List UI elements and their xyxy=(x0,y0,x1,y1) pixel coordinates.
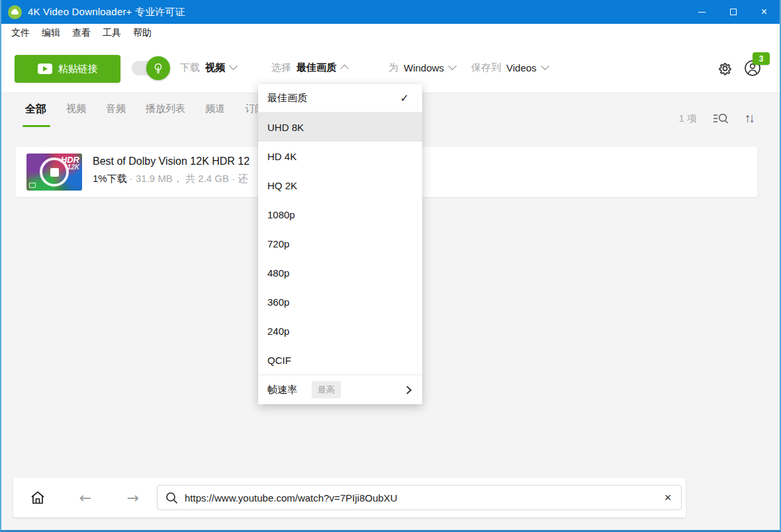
tab-label: 全部 xyxy=(25,103,46,114)
menu-help[interactable]: 帮助 xyxy=(127,24,158,42)
app-window: 4K Video Downloader+ 专业许可证 × 文件 编辑 查看 工具… xyxy=(0,0,781,532)
check-icon: ✓ xyxy=(400,92,409,105)
chevron-right-icon xyxy=(403,386,412,394)
progress-text: 1%下载 xyxy=(93,173,127,184)
download-type-dropdown[interactable]: 下载 视频 xyxy=(180,42,236,93)
menu-file[interactable]: 文件 xyxy=(5,24,36,42)
window-title: 4K Video Downloader+ 专业许可证 xyxy=(28,6,185,19)
back-arrow-icon: ← xyxy=(79,490,91,506)
toggle-knob xyxy=(146,56,170,80)
url-field-container: × xyxy=(157,485,682,510)
search-list-icon xyxy=(713,111,729,126)
video-thumbnail: HDR 12K xyxy=(26,154,82,191)
play-icon xyxy=(38,64,52,74)
save-to-label: 保存到 xyxy=(471,62,501,74)
quality-dropdown-menu: 最佳画质 ✓ UHD 8K HD 4K HQ 2K 1080p 720p 480… xyxy=(258,84,422,404)
minimize-icon xyxy=(698,12,706,13)
tab-audio[interactable]: 音频 xyxy=(106,103,126,126)
account-button[interactable]: 3 xyxy=(744,60,761,77)
home-icon xyxy=(30,490,46,506)
menu-bar: 文件 编辑 查看 工具 帮助 xyxy=(1,24,780,42)
minimize-button[interactable] xyxy=(686,0,717,24)
for-value: Windows xyxy=(404,62,444,73)
download-value: 视频 xyxy=(205,62,225,74)
save-to-dropdown[interactable]: 保存到 Videos xyxy=(471,42,548,93)
quality-option-240p[interactable]: 240p xyxy=(258,316,422,345)
for-label: 为 xyxy=(389,62,398,74)
search-list-button[interactable] xyxy=(713,111,729,126)
size-text: · 31.9 MB， 共 2.4 GB · 还 xyxy=(127,173,248,184)
stop-download-button[interactable] xyxy=(50,168,59,177)
tab-video[interactable]: 视频 xyxy=(66,103,86,126)
framerate-badge: 最高 xyxy=(312,381,341,398)
chevron-down-icon xyxy=(448,62,457,70)
browser-bar: ← → × 转到 xyxy=(13,478,686,517)
url-input[interactable] xyxy=(185,486,655,510)
thumbnail-logo xyxy=(29,183,36,188)
quality-option-360p[interactable]: 360p xyxy=(258,287,422,316)
category-tabs: 全部 视频 音频 播放列表 频道 订阅 xyxy=(25,103,265,127)
close-button[interactable]: × xyxy=(749,0,780,24)
title-bar: 4K Video Downloader+ 专业许可证 × xyxy=(1,0,780,24)
paste-link-label: 粘贴链接 xyxy=(58,63,98,75)
framerate-submenu[interactable]: 帧速率 最高 xyxy=(258,375,422,404)
sort-button[interactable]: ↑↓ xyxy=(745,111,753,126)
save-to-value: Videos xyxy=(506,62,537,73)
quality-header-label: 最佳画质 xyxy=(267,92,307,105)
tab-playlists[interactable]: 播放列表 xyxy=(146,103,185,126)
maximize-button[interactable] xyxy=(717,0,749,24)
item-count: 1 项 xyxy=(678,112,697,125)
back-button[interactable]: ← xyxy=(70,482,101,513)
search-icon xyxy=(165,492,178,504)
quality-option-480p[interactable]: 480p xyxy=(258,258,422,287)
quality-option-qcif[interactable]: QCIF xyxy=(258,345,422,375)
list-meta: 1 项 ↑↓ xyxy=(678,111,753,126)
smart-mode-toggle[interactable] xyxy=(132,61,167,75)
home-button[interactable] xyxy=(23,482,53,513)
quality-option-hd4k[interactable]: HD 4K xyxy=(258,142,422,171)
quality-option-1080p[interactable]: 1080p xyxy=(258,200,422,229)
menu-view[interactable]: 查看 xyxy=(66,24,97,42)
framerate-label: 帧速率 xyxy=(267,384,297,396)
settings-button[interactable] xyxy=(716,60,733,77)
forward-arrow-icon: → xyxy=(127,490,139,506)
maximize-icon xyxy=(730,9,737,15)
menu-edit[interactable]: 编辑 xyxy=(36,24,66,42)
tab-channels[interactable]: 频道 xyxy=(205,103,225,126)
quality-option-best[interactable]: 最佳画质 ✓ xyxy=(258,84,422,112)
forward-button[interactable]: → xyxy=(118,482,148,513)
chevron-down-icon xyxy=(541,62,549,70)
video-title: Best of Dolby Vision 12K HDR 12 xyxy=(93,155,250,167)
quality-option-hq2k[interactable]: HQ 2K xyxy=(258,171,422,200)
clear-icon: × xyxy=(665,491,672,504)
chevron-down-icon xyxy=(229,62,238,70)
app-logo-icon xyxy=(8,5,22,19)
clear-url-button[interactable]: × xyxy=(655,486,681,510)
select-label: 选择 xyxy=(271,62,291,74)
lightbulb-icon xyxy=(153,62,163,74)
quality-option-uhd8k[interactable]: UHD 8K xyxy=(258,112,422,142)
chevron-up-icon xyxy=(340,65,349,73)
quality-option-720p[interactable]: 720p xyxy=(258,229,422,258)
paste-link-button[interactable]: 粘贴链接 xyxy=(15,55,120,83)
gear-icon xyxy=(717,61,733,76)
notification-badge: 3 xyxy=(753,52,770,65)
menu-tools[interactable]: 工具 xyxy=(97,24,127,42)
close-icon: × xyxy=(761,7,767,17)
download-label: 下载 xyxy=(180,62,200,74)
download-status: 1%下载 · 31.9 MB， 共 2.4 GB · 还 xyxy=(93,173,248,185)
active-tab-underline xyxy=(23,125,50,127)
window-controls: × xyxy=(686,0,780,24)
tab-all[interactable]: 全部 xyxy=(25,103,46,127)
download-progress-ring xyxy=(40,157,69,187)
select-value: 最佳画质 xyxy=(297,62,336,74)
